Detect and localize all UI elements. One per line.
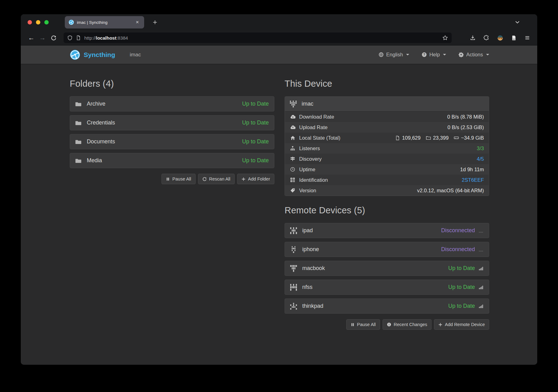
help-label: Help [429, 52, 440, 58]
local-folders-count: 23,399 [433, 135, 449, 141]
file-icon [395, 136, 400, 140]
recent-changes-button[interactable]: Recent Changes [383, 319, 432, 330]
device-row-macbook[interactable]: macbook Up to Date [285, 261, 489, 276]
device-identicon [290, 265, 297, 272]
extensions-button[interactable] [481, 33, 491, 43]
device-row-nfss[interactable]: nfss Up to Date [285, 280, 489, 295]
listeners-row: Listeners 3/3 [285, 143, 489, 154]
folder-row-documents[interactable]: Documents Up to Date [70, 134, 274, 149]
language-menu[interactable]: English [379, 52, 409, 58]
close-window-button[interactable] [28, 20, 32, 24]
help-menu[interactable]: ? Help [422, 52, 446, 58]
svg-text:?: ? [423, 53, 425, 56]
download-icon [470, 35, 476, 41]
folder-name: Media [87, 157, 242, 164]
forward-button[interactable]: → [37, 33, 48, 43]
folder-row-archive[interactable]: Archive Up to Date [70, 96, 274, 111]
row-label: Discovery [299, 156, 321, 162]
local-size: ~34.9 GiB [461, 135, 484, 141]
folder-row-media[interactable]: Media Up to Date [70, 153, 274, 168]
folder-name: Archive [87, 101, 242, 107]
cloud-download-icon [290, 114, 295, 120]
url-text: http://localhost:8384 [84, 35, 442, 41]
device-name: macbook [302, 265, 448, 272]
globe-icon [379, 52, 384, 57]
add-folder-button[interactable]: Add Folder [237, 174, 274, 184]
zoom-window-button[interactable] [44, 20, 49, 24]
device-identicon [290, 227, 297, 234]
device-status: Up to Date [448, 303, 475, 309]
info-circle-icon [387, 322, 391, 327]
reload-button[interactable] [48, 33, 59, 43]
this-device-title: This Device [285, 79, 489, 89]
add-remote-device-button[interactable]: Add Remote Device [434, 319, 489, 330]
reader-extension-button[interactable] [509, 33, 519, 43]
device-identicon [290, 101, 297, 107]
device-identicon [290, 246, 297, 253]
identification-link[interactable]: 2ST6EEF [462, 177, 484, 183]
signal-none-icon [479, 247, 484, 252]
device-row-ipad[interactable]: ipad Disconnected [285, 223, 489, 238]
shield-icon[interactable] [67, 35, 73, 41]
folder-name: Documents [87, 138, 242, 145]
row-label: Version [299, 188, 316, 194]
local-state-row: Local State (Total) 109,629 [285, 133, 489, 143]
pause-all-label: Pause All [357, 322, 376, 327]
tab-close-icon[interactable]: × [134, 19, 140, 25]
folder-icon [75, 101, 82, 107]
syncthing-brand[interactable]: Syncthing [70, 50, 115, 60]
downloads-button[interactable] [468, 33, 478, 43]
device-status: Up to Date [448, 265, 475, 272]
folder-name: Credentials [87, 120, 242, 126]
this-device-name: imac [302, 101, 313, 107]
bookmark-star-icon[interactable] [442, 35, 448, 41]
minimize-window-button[interactable] [36, 20, 40, 24]
disguise-face-icon [497, 35, 503, 41]
qr-code-icon [290, 177, 295, 182]
pause-all-folders-button[interactable]: Pause All [162, 174, 195, 184]
page-info-icon[interactable] [76, 35, 81, 40]
hamburger-icon [525, 35, 530, 41]
this-device-header[interactable]: imac [285, 97, 489, 111]
row-value: 0 B/s (2.53 GiB) [448, 124, 484, 130]
uptime-value: 1d 9h 11m [460, 167, 484, 172]
rescan-all-button[interactable]: Rescan All [198, 174, 235, 184]
device-identicon [290, 303, 297, 310]
menu-button[interactable] [522, 33, 532, 43]
device-row-iphone[interactable]: iphone Disconnected [285, 242, 489, 257]
new-tab-button[interactable] [150, 18, 160, 27]
local-state-values: 109,629 23,399 [395, 135, 484, 141]
plus-icon [153, 20, 157, 25]
device-row-thinkpad[interactable]: thinkpad Up to Date [285, 298, 489, 314]
question-circle-icon: ? [422, 52, 427, 57]
clock-icon [290, 167, 295, 172]
back-button[interactable]: ← [26, 33, 37, 43]
url-bar[interactable]: http://localhost:8384 [64, 33, 452, 43]
folder-row-credentials[interactable]: Credentials Up to Date [70, 115, 274, 130]
folder-outline-icon [426, 135, 431, 140]
adblock-extension-button[interactable] [495, 33, 505, 43]
device-status: Disconnected [441, 246, 475, 253]
folder-status: Up to Date [242, 120, 269, 126]
folder-icon [75, 139, 82, 145]
browser-tab[interactable]: imac | Syncthing × [65, 16, 144, 28]
sitemap-icon [290, 146, 295, 151]
home-icon [290, 135, 295, 141]
hdd-icon [454, 135, 459, 140]
pause-icon [351, 323, 355, 327]
add-folder-label: Add Folder [248, 176, 270, 181]
actions-menu[interactable]: Actions [458, 52, 489, 58]
uptime-row: Uptime 1d 9h 11m [285, 164, 489, 175]
tab-list-button[interactable] [515, 20, 520, 25]
navbar-device-name: imac [130, 52, 141, 58]
rescan-all-label: Rescan All [209, 176, 231, 181]
signpost-icon [290, 156, 295, 161]
pause-all-devices-button[interactable]: Pause All [346, 319, 380, 330]
cloud-upload-icon [290, 125, 295, 130]
language-label: English [386, 52, 403, 58]
folders-actions: Pause All Rescan All Add Folder [70, 174, 274, 184]
signal-full-icon [479, 285, 484, 290]
device-name: iphone [302, 246, 441, 253]
row-value: 0 B/s (8.78 MiB) [447, 114, 484, 120]
browser-toolbar: ← → http://localhost:8384 [21, 30, 537, 46]
